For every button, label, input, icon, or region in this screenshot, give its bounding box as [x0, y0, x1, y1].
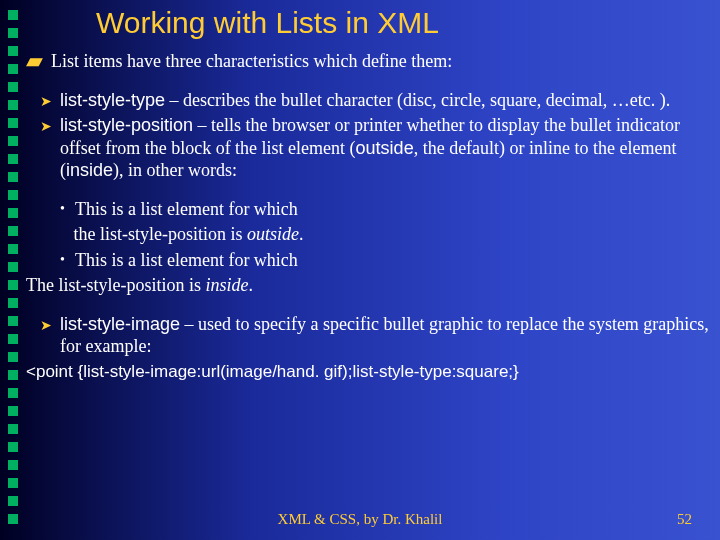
example-1d: . [299, 224, 304, 244]
example-2d: . [249, 275, 254, 295]
example-2-line-2: The list-style-position is inside. [26, 274, 710, 297]
dot-bullet-icon: • [60, 200, 65, 221]
slide-title: Working with Lists in XML [96, 6, 710, 40]
example-1b: the list-style-position is [74, 224, 248, 244]
intro-text: List items have three characteristics wh… [51, 50, 710, 73]
content-area: Working with Lists in XML ▰ List items h… [26, 0, 710, 540]
term-2: list-style-position [60, 115, 193, 135]
term-1: list-style-type [60, 90, 165, 110]
example-2-line-1: • This is a list element for which [60, 249, 710, 272]
list-item-2: ➤ list-style-position – tells the browse… [40, 114, 710, 182]
term-3: list-style-image [60, 314, 180, 334]
dot-bullet-icon: • [60, 251, 65, 272]
list-item-1: ➤ list-style-type – describes the bullet… [40, 89, 710, 112]
list-item-1-text: list-style-type – describes the bullet c… [60, 89, 710, 112]
slide: Working with Lists in XML ▰ List items h… [0, 0, 720, 540]
left-decoration [8, 10, 18, 524]
arrow-bullet-icon: ➤ [40, 317, 52, 358]
footer-credit: XML & CSS, by Dr. Khalil [0, 511, 720, 528]
list-item-3: ➤ list-style-image – used to specify a s… [40, 313, 710, 358]
desc-1: – describes the bullet character (disc, … [165, 90, 670, 110]
slash-bullet-icon: ▰ [26, 50, 43, 73]
example-2b: The list-style-position is [26, 275, 206, 295]
arrow-bullet-icon: ➤ [40, 93, 52, 112]
example-1-line-2: the list-style-position is outside. [60, 223, 710, 246]
intro-line: ▰ List items have three characteristics … [26, 50, 710, 73]
list-item-3-text: list-style-image – used to specify a spe… [60, 313, 710, 358]
code-inside: inside [66, 160, 113, 180]
page-number: 52 [677, 511, 692, 528]
example-1a: This is a list element for which [75, 198, 710, 221]
example-1c: outside [247, 224, 299, 244]
example-2c: inside [206, 275, 249, 295]
spacer-icon [60, 225, 64, 246]
arrow-bullet-icon: ➤ [40, 118, 52, 182]
example-1-line-1: • This is a list element for which [60, 198, 710, 221]
code-outside: outside [356, 138, 414, 158]
desc-2c: ), in other words: [113, 160, 237, 180]
example-2a: This is a list element for which [75, 249, 710, 272]
list-item-2-text: list-style-position – tells the browser … [60, 114, 710, 182]
code-example: <point {list-style-image:url(image/hand.… [26, 361, 710, 382]
example-1b-wrap: the list-style-position is outside. [74, 223, 711, 246]
